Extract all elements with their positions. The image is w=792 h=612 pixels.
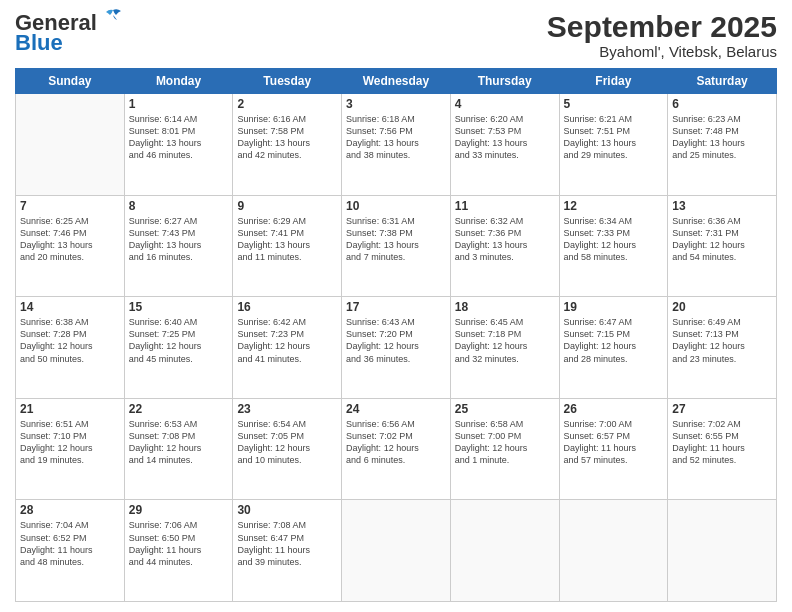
day-number: 11 — [455, 199, 555, 213]
calendar-cell: 25Sunrise: 6:58 AM Sunset: 7:00 PM Dayli… — [450, 398, 559, 500]
calendar-week-5: 28Sunrise: 7:04 AM Sunset: 6:52 PM Dayli… — [16, 500, 777, 602]
calendar-cell: 5Sunrise: 6:21 AM Sunset: 7:51 PM Daylig… — [559, 94, 668, 196]
day-info: Sunrise: 6:31 AM Sunset: 7:38 PM Dayligh… — [346, 215, 446, 264]
day-info: Sunrise: 6:43 AM Sunset: 7:20 PM Dayligh… — [346, 316, 446, 365]
title-block: September 2025 Byahoml', Vitebsk, Belaru… — [547, 10, 777, 60]
calendar-week-2: 7Sunrise: 6:25 AM Sunset: 7:46 PM Daylig… — [16, 195, 777, 297]
day-number: 20 — [672, 300, 772, 314]
calendar-cell — [16, 94, 125, 196]
day-info: Sunrise: 6:40 AM Sunset: 7:25 PM Dayligh… — [129, 316, 229, 365]
calendar-week-3: 14Sunrise: 6:38 AM Sunset: 7:28 PM Dayli… — [16, 297, 777, 399]
day-info: Sunrise: 6:56 AM Sunset: 7:02 PM Dayligh… — [346, 418, 446, 467]
day-number: 27 — [672, 402, 772, 416]
day-number: 21 — [20, 402, 120, 416]
day-info: Sunrise: 6:29 AM Sunset: 7:41 PM Dayligh… — [237, 215, 337, 264]
calendar-cell: 15Sunrise: 6:40 AM Sunset: 7:25 PM Dayli… — [124, 297, 233, 399]
calendar-cell: 20Sunrise: 6:49 AM Sunset: 7:13 PM Dayli… — [668, 297, 777, 399]
day-number: 2 — [237, 97, 337, 111]
calendar-cell: 21Sunrise: 6:51 AM Sunset: 7:10 PM Dayli… — [16, 398, 125, 500]
day-info: Sunrise: 6:38 AM Sunset: 7:28 PM Dayligh… — [20, 316, 120, 365]
day-number: 6 — [672, 97, 772, 111]
day-info: Sunrise: 6:16 AM Sunset: 7:58 PM Dayligh… — [237, 113, 337, 162]
day-number: 18 — [455, 300, 555, 314]
day-info: Sunrise: 7:08 AM Sunset: 6:47 PM Dayligh… — [237, 519, 337, 568]
day-info: Sunrise: 6:45 AM Sunset: 7:18 PM Dayligh… — [455, 316, 555, 365]
calendar-cell: 10Sunrise: 6:31 AM Sunset: 7:38 PM Dayli… — [342, 195, 451, 297]
day-number: 26 — [564, 402, 664, 416]
calendar-cell: 29Sunrise: 7:06 AM Sunset: 6:50 PM Dayli… — [124, 500, 233, 602]
day-info: Sunrise: 6:49 AM Sunset: 7:13 PM Dayligh… — [672, 316, 772, 365]
day-number: 1 — [129, 97, 229, 111]
calendar-subtitle: Byahoml', Vitebsk, Belarus — [547, 43, 777, 60]
calendar-cell: 9Sunrise: 6:29 AM Sunset: 7:41 PM Daylig… — [233, 195, 342, 297]
day-info: Sunrise: 6:47 AM Sunset: 7:15 PM Dayligh… — [564, 316, 664, 365]
day-info: Sunrise: 6:14 AM Sunset: 8:01 PM Dayligh… — [129, 113, 229, 162]
calendar-cell — [342, 500, 451, 602]
calendar-cell: 11Sunrise: 6:32 AM Sunset: 7:36 PM Dayli… — [450, 195, 559, 297]
calendar-title: September 2025 — [547, 10, 777, 43]
day-info: Sunrise: 7:00 AM Sunset: 6:57 PM Dayligh… — [564, 418, 664, 467]
logo: General Blue — [15, 10, 127, 56]
calendar-cell: 27Sunrise: 7:02 AM Sunset: 6:55 PM Dayli… — [668, 398, 777, 500]
day-header-saturday: Saturday — [668, 69, 777, 94]
day-header-friday: Friday — [559, 69, 668, 94]
day-number: 9 — [237, 199, 337, 213]
day-header-wednesday: Wednesday — [342, 69, 451, 94]
calendar-cell: 19Sunrise: 6:47 AM Sunset: 7:15 PM Dayli… — [559, 297, 668, 399]
day-number: 24 — [346, 402, 446, 416]
calendar-cell — [450, 500, 559, 602]
day-number: 29 — [129, 503, 229, 517]
calendar-table: SundayMondayTuesdayWednesdayThursdayFrid… — [15, 68, 777, 602]
logo-blue-text: Blue — [15, 30, 63, 56]
day-info: Sunrise: 7:06 AM Sunset: 6:50 PM Dayligh… — [129, 519, 229, 568]
day-number: 5 — [564, 97, 664, 111]
day-number: 13 — [672, 199, 772, 213]
calendar-cell: 3Sunrise: 6:18 AM Sunset: 7:56 PM Daylig… — [342, 94, 451, 196]
day-info: Sunrise: 6:53 AM Sunset: 7:08 PM Dayligh… — [129, 418, 229, 467]
calendar-cell: 28Sunrise: 7:04 AM Sunset: 6:52 PM Dayli… — [16, 500, 125, 602]
day-number: 30 — [237, 503, 337, 517]
day-info: Sunrise: 6:42 AM Sunset: 7:23 PM Dayligh… — [237, 316, 337, 365]
calendar-cell: 6Sunrise: 6:23 AM Sunset: 7:48 PM Daylig… — [668, 94, 777, 196]
calendar-cell: 16Sunrise: 6:42 AM Sunset: 7:23 PM Dayli… — [233, 297, 342, 399]
bird-icon — [99, 8, 127, 30]
day-header-sunday: Sunday — [16, 69, 125, 94]
calendar-cell: 24Sunrise: 6:56 AM Sunset: 7:02 PM Dayli… — [342, 398, 451, 500]
day-info: Sunrise: 6:25 AM Sunset: 7:46 PM Dayligh… — [20, 215, 120, 264]
calendar-cell: 4Sunrise: 6:20 AM Sunset: 7:53 PM Daylig… — [450, 94, 559, 196]
calendar-cell: 12Sunrise: 6:34 AM Sunset: 7:33 PM Dayli… — [559, 195, 668, 297]
calendar-cell: 26Sunrise: 7:00 AM Sunset: 6:57 PM Dayli… — [559, 398, 668, 500]
day-info: Sunrise: 6:18 AM Sunset: 7:56 PM Dayligh… — [346, 113, 446, 162]
day-number: 7 — [20, 199, 120, 213]
day-info: Sunrise: 6:21 AM Sunset: 7:51 PM Dayligh… — [564, 113, 664, 162]
day-info: Sunrise: 7:04 AM Sunset: 6:52 PM Dayligh… — [20, 519, 120, 568]
day-info: Sunrise: 7:02 AM Sunset: 6:55 PM Dayligh… — [672, 418, 772, 467]
day-number: 12 — [564, 199, 664, 213]
day-number: 17 — [346, 300, 446, 314]
calendar-cell: 22Sunrise: 6:53 AM Sunset: 7:08 PM Dayli… — [124, 398, 233, 500]
day-number: 8 — [129, 199, 229, 213]
calendar-cell: 14Sunrise: 6:38 AM Sunset: 7:28 PM Dayli… — [16, 297, 125, 399]
header: General Blue September 2025 Byahoml', Vi… — [15, 10, 777, 60]
calendar-week-1: 1Sunrise: 6:14 AM Sunset: 8:01 PM Daylig… — [16, 94, 777, 196]
calendar-cell — [559, 500, 668, 602]
calendar-cell: 23Sunrise: 6:54 AM Sunset: 7:05 PM Dayli… — [233, 398, 342, 500]
calendar-header-row: SundayMondayTuesdayWednesdayThursdayFrid… — [16, 69, 777, 94]
day-info: Sunrise: 6:58 AM Sunset: 7:00 PM Dayligh… — [455, 418, 555, 467]
calendar-cell: 7Sunrise: 6:25 AM Sunset: 7:46 PM Daylig… — [16, 195, 125, 297]
calendar-cell: 13Sunrise: 6:36 AM Sunset: 7:31 PM Dayli… — [668, 195, 777, 297]
day-info: Sunrise: 6:34 AM Sunset: 7:33 PM Dayligh… — [564, 215, 664, 264]
calendar-cell: 2Sunrise: 6:16 AM Sunset: 7:58 PM Daylig… — [233, 94, 342, 196]
day-info: Sunrise: 6:23 AM Sunset: 7:48 PM Dayligh… — [672, 113, 772, 162]
calendar-cell: 8Sunrise: 6:27 AM Sunset: 7:43 PM Daylig… — [124, 195, 233, 297]
day-info: Sunrise: 6:36 AM Sunset: 7:31 PM Dayligh… — [672, 215, 772, 264]
day-number: 14 — [20, 300, 120, 314]
calendar-cell: 17Sunrise: 6:43 AM Sunset: 7:20 PM Dayli… — [342, 297, 451, 399]
day-number: 4 — [455, 97, 555, 111]
day-info: Sunrise: 6:32 AM Sunset: 7:36 PM Dayligh… — [455, 215, 555, 264]
day-number: 16 — [237, 300, 337, 314]
day-header-tuesday: Tuesday — [233, 69, 342, 94]
day-info: Sunrise: 6:54 AM Sunset: 7:05 PM Dayligh… — [237, 418, 337, 467]
day-number: 25 — [455, 402, 555, 416]
calendar-cell: 30Sunrise: 7:08 AM Sunset: 6:47 PM Dayli… — [233, 500, 342, 602]
